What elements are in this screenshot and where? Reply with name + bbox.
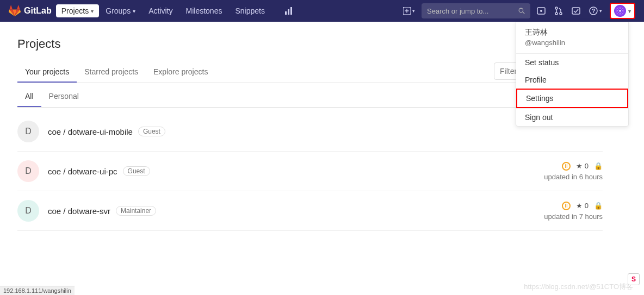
star-count[interactable]: ★ 0: [576, 202, 589, 210]
svg-point-7: [555, 7, 558, 9]
project-role-badge: Guest: [123, 166, 150, 176]
tab-starred-projects[interactable]: Starred projects: [77, 62, 146, 83]
avatar-icon: [614, 5, 626, 17]
user-display-name: 王诗林: [525, 28, 620, 37]
updated-text: updated in 7 hours: [544, 212, 603, 221]
chevron-down-icon: ▾: [628, 8, 631, 14]
tab-your-projects[interactable]: Your projects: [17, 62, 77, 83]
top-nav: GitLab Projects ▾ Groups ▾ Activity Mile…: [0, 0, 644, 22]
svg-rect-1: [288, 9, 289, 15]
plus-dropdown[interactable]: ▾: [399, 7, 419, 15]
project-path[interactable]: coe / dotware-ui-pc: [48, 167, 117, 176]
project-subtabs: All Personal: [17, 86, 603, 108]
nav-activity[interactable]: Activity: [142, 7, 179, 15]
pipeline-pending-icon[interactable]: ⏸: [562, 162, 571, 171]
groups-dropdown[interactable]: Groups ▾: [99, 7, 142, 15]
user-avatar-dropdown[interactable]: ▾: [610, 3, 635, 19]
project-role-badge: Guest: [138, 127, 165, 136]
issues-icon[interactable]: [532, 7, 550, 15]
user-dropdown-header: 王诗林 @wangshilin: [516, 22, 628, 54]
project-row[interactable]: D coe / dotware-ui-mobile Guest: [17, 112, 603, 152]
subtab-all[interactable]: All: [17, 86, 41, 107]
project-avatar: D: [17, 121, 39, 142]
project-row[interactable]: D coe / dotware-svr Maintainer ⏸ ★ 0 🔒 u…: [17, 191, 603, 231]
lock-icon: 🔒: [594, 162, 603, 170]
lock-icon: 🔒: [594, 202, 603, 210]
menu-profile[interactable]: Profile: [516, 71, 628, 89]
project-row[interactable]: D coe / dotware-ui-pc Guest ⏸ ★ 0 🔒 upda…: [17, 152, 603, 191]
analytics-icon[interactable]: [280, 7, 298, 15]
chevron-down-icon: ▾: [599, 8, 602, 14]
menu-sign-out[interactable]: Sign out: [516, 109, 628, 126]
svg-point-9: [560, 12, 562, 15]
todos-icon[interactable]: [567, 7, 585, 15]
search-box[interactable]: [422, 3, 530, 18]
svg-text:?: ?: [592, 8, 596, 14]
updated-text: updated in 6 hours: [544, 173, 603, 181]
groups-label: Groups: [106, 7, 131, 15]
user-username: @wangshilin: [525, 39, 620, 47]
svg-rect-10: [572, 8, 580, 14]
nav-milestones[interactable]: Milestones: [179, 7, 229, 15]
project-role-badge: Maintainer: [116, 206, 156, 216]
user-dropdown-menu: 王诗林 @wangshilin Set status Profile Setti…: [516, 22, 629, 127]
svg-rect-0: [285, 11, 287, 15]
project-tabs: Your projects Starred projects Explore p…: [17, 62, 603, 83]
project-stats: ⏸ ★ 0 🔒 updated in 7 hours: [544, 202, 603, 221]
help-dropdown[interactable]: ? ▾: [585, 7, 606, 15]
gitlab-icon: [9, 5, 21, 17]
page-title: Projects: [17, 37, 603, 51]
svg-point-4: [519, 8, 523, 12]
chevron-down-icon: ▾: [412, 8, 415, 14]
svg-rect-2: [290, 7, 292, 15]
gitlab-logo[interactable]: GitLab: [9, 5, 52, 17]
tab-explore-projects[interactable]: Explore projects: [146, 62, 215, 83]
project-list: D coe / dotware-ui-mobile Guest D coe / …: [17, 112, 603, 231]
search-icon: [518, 7, 525, 15]
search-input[interactable]: [427, 7, 518, 15]
projects-label: Projects: [61, 7, 89, 15]
project-avatar: D: [17, 160, 39, 182]
svg-point-14: [619, 10, 621, 12]
project-stats: ⏸ ★ 0 🔒 updated in 6 hours: [544, 162, 603, 181]
subtab-personal[interactable]: Personal: [41, 86, 86, 107]
menu-set-status[interactable]: Set status: [516, 54, 628, 71]
merge-requests-icon[interactable]: [550, 7, 567, 15]
pipeline-pending-icon[interactable]: ⏸: [562, 202, 571, 210]
nav-snippets[interactable]: Snippets: [228, 7, 271, 15]
svg-point-6: [540, 10, 542, 12]
project-path[interactable]: coe / dotware-ui-mobile: [48, 127, 133, 136]
star-count[interactable]: ★ 0: [576, 162, 589, 170]
project-avatar: D: [17, 200, 39, 222]
project-path[interactable]: coe / dotware-svr: [48, 206, 110, 216]
svg-point-8: [555, 12, 558, 15]
projects-dropdown[interactable]: Projects ▾: [56, 4, 100, 17]
chevron-down-icon: ▾: [133, 8, 135, 14]
brand-text: GitLab: [24, 6, 52, 16]
chevron-down-icon: ▾: [91, 8, 94, 14]
menu-settings[interactable]: Settings: [516, 89, 628, 108]
